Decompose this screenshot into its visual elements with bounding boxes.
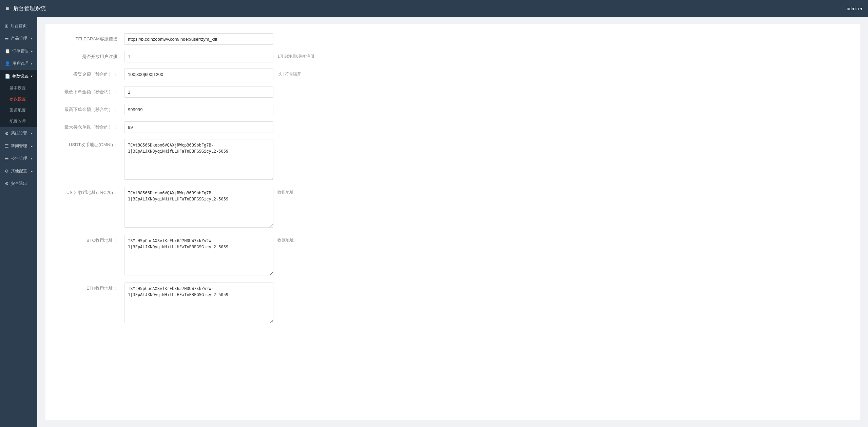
- label-max-pos: 最大持仓单数（秒合约）：: [56, 121, 124, 130]
- sidebar: ⊞ 后台首页 ☰ 产品管理 ▸ 📋 订单管理 ▸ 👤 用户管理 ▸ 📄 参数设置…: [0, 17, 37, 427]
- news-arrow-icon: ▸: [31, 144, 33, 148]
- input-register[interactable]: [124, 51, 273, 62]
- form-row-min-order: 最低下单金额（秒合约）：: [56, 86, 849, 98]
- sidebar-item-news[interactable]: ☰ 新闻管理 ▸: [0, 140, 37, 152]
- user-menu[interactable]: admin ▾: [847, 6, 863, 11]
- sidebar-item-users[interactable]: 👤 用户管理 ▸: [0, 57, 37, 70]
- sidebar-item-system[interactable]: ⚙ 系统设置 ▸: [0, 127, 37, 140]
- users-icon: 👤: [5, 61, 10, 66]
- sidebar-item-params[interactable]: 📄 参数设置 ▾: [0, 70, 37, 82]
- sidebar-item-products[interactable]: ☰ 产品管理 ▸: [0, 32, 37, 45]
- sidebar-label-announcement: 公告管理: [11, 156, 27, 161]
- wrap-max-order: [124, 104, 273, 115]
- wrap-telegram: [124, 33, 273, 45]
- hint-usdt-trc20: 收帐地址: [273, 187, 294, 195]
- form-row-telegram: TELEGRAM客服链接: [56, 33, 849, 45]
- wrap-min-order: [124, 86, 273, 98]
- label-min-order: 最低下单金额（秒合约）：: [56, 86, 124, 95]
- sidebar-item-logout[interactable]: ⚙ 安全退出: [0, 177, 37, 190]
- textarea-eth[interactable]: TSMcH5pCucAXSvfKrFbx6J7HDUW7xkZv2W-1|3Ep…: [124, 283, 273, 323]
- sidebar-label-users: 用户管理: [12, 61, 28, 66]
- sidebar-label-params: 参数设置: [12, 73, 28, 79]
- submenu-config[interactable]: 配置管理: [0, 116, 37, 127]
- input-max-order[interactable]: [124, 104, 273, 115]
- submenu-params[interactable]: 参数设置: [0, 94, 37, 105]
- products-arrow-icon: ▸: [31, 37, 33, 40]
- form-row-max-pos: 最大持仓单数（秒合约）：: [56, 121, 849, 133]
- users-arrow-icon: ▸: [31, 62, 33, 65]
- label-telegram: TELEGRAM客服链接: [56, 33, 124, 42]
- label-usdt-omni: USDT收币地址(OMNI)：: [56, 139, 124, 148]
- news-icon: ☰: [5, 143, 9, 149]
- other-arrow-icon: ▸: [31, 169, 33, 173]
- hamburger-icon[interactable]: ≡: [5, 5, 9, 12]
- header-left: ≡ 后台管理系统: [5, 5, 46, 12]
- params-submenu: 基本设置 参数设置 渠道配置 配置管理: [0, 82, 37, 127]
- wrap-invest: [124, 69, 273, 80]
- sidebar-item-orders[interactable]: 📋 订单管理 ▸: [0, 45, 37, 57]
- sidebar-item-dashboard[interactable]: ⊞ 后台首页: [0, 20, 37, 32]
- sidebar-label-system: 系统设置: [11, 131, 27, 136]
- content-card: TELEGRAM客服链接 是否开放用户注册 1开启注册0关闭注册 投资金额（秒合…: [45, 24, 860, 420]
- sidebar-item-other[interactable]: ⚙ 其他配置 ▸: [0, 165, 37, 177]
- form-row-register: 是否开放用户注册 1开启注册0关闭注册: [56, 51, 849, 62]
- textarea-usdt-omni[interactable]: TCVt38566Dkebo6VQAXjRWcp36B9bbFg7B-1|3Ep…: [124, 139, 273, 180]
- hint-register: 1开启注册0关闭注册: [273, 51, 314, 59]
- system-arrow-icon: ▸: [31, 132, 33, 135]
- label-max-order: 最高下单金额（秒合约）：: [56, 104, 124, 113]
- orders-arrow-icon: ▸: [31, 49, 33, 53]
- textarea-btc[interactable]: TSMcH5pCucAXSvfKrFbx6J7HDUW7xkZv2W-1|3Ep…: [124, 235, 273, 275]
- wrap-btc: TSMcH5pCucAXSvfKrFbx6J7HDUW7xkZv2W-1|3Ep…: [124, 235, 273, 276]
- sidebar-label-orders: 订单管理: [12, 48, 28, 54]
- input-max-pos[interactable]: [124, 121, 273, 133]
- app-title: 后台管理系统: [13, 5, 46, 12]
- main-content: TELEGRAM客服链接 是否开放用户注册 1开启注册0关闭注册 投资金额（秒合…: [37, 17, 868, 427]
- form-row-max-order: 最高下单金额（秒合约）：: [56, 104, 849, 115]
- dashboard-icon: ⊞: [5, 23, 8, 28]
- system-icon: ⚙: [5, 131, 9, 136]
- user-arrow-icon: ▾: [860, 6, 863, 11]
- username-label: admin: [847, 6, 859, 11]
- input-invest[interactable]: [124, 69, 273, 80]
- wrap-usdt-omni: TCVt38566Dkebo6VQAXjRWcp36B9bbFg7B-1|3Ep…: [124, 139, 273, 181]
- announcement-arrow-icon: ▸: [31, 157, 33, 160]
- submenu-channel[interactable]: 渠道配置: [0, 105, 37, 116]
- form-row-eth: ETH收币地址： TSMcH5pCucAXSvfKrFbx6J7HDUW7xkZ…: [56, 283, 849, 324]
- params-arrow-icon: ▾: [31, 74, 33, 78]
- other-icon: ⚙: [5, 169, 9, 174]
- label-eth: ETH收币地址：: [56, 283, 124, 291]
- hint-invest: 以 | 符号隔开: [273, 69, 301, 77]
- form-row-btc: BTC收币地址： TSMcH5pCucAXSvfKrFbx6J7HDUW7xkZ…: [56, 235, 849, 276]
- label-invest: 投资金额（秒合约）：: [56, 69, 124, 77]
- label-register: 是否开放用户注册: [56, 51, 124, 60]
- logout-icon: ⚙: [5, 181, 9, 186]
- hint-btc: 收藏地址: [273, 235, 294, 243]
- label-usdt-trc20: USDT收币地址(TRC20)：: [56, 187, 124, 196]
- sidebar-label-other: 其他配置: [11, 168, 27, 174]
- input-min-order[interactable]: [124, 86, 273, 98]
- input-telegram[interactable]: [124, 33, 273, 45]
- submenu-basic[interactable]: 基本设置: [0, 82, 37, 94]
- sidebar-label-news: 新闻管理: [11, 143, 27, 149]
- form-row-usdt-omni: USDT收币地址(OMNI)： TCVt38566Dkebo6VQAXjRWcp…: [56, 139, 849, 181]
- form-row-usdt-trc20: USDT收币地址(TRC20)： TCVt38566Dkebo6VQAXjRWc…: [56, 187, 849, 229]
- sidebar-label-logout: 安全退出: [11, 181, 27, 187]
- label-btc: BTC收币地址：: [56, 235, 124, 244]
- sidebar-label-dashboard: 后台首页: [11, 23, 27, 29]
- wrap-usdt-trc20: TCVt38566Dkebo6VQAXjRWcp36B9bbFg7B-1|3Ep…: [124, 187, 273, 229]
- top-header: ≡ 后台管理系统 admin ▾: [0, 0, 868, 17]
- form-row-invest: 投资金额（秒合约）： 以 | 符号隔开: [56, 69, 849, 80]
- wrap-eth: TSMcH5pCucAXSvfKrFbx6J7HDUW7xkZv2W-1|3Ep…: [124, 283, 273, 324]
- orders-icon: 📋: [5, 48, 10, 54]
- textarea-usdt-trc20[interactable]: TCVt38566Dkebo6VQAXjRWcp36B9bbFg7B-1|3Ep…: [124, 187, 273, 228]
- wrap-register: [124, 51, 273, 62]
- products-icon: ☰: [5, 36, 9, 41]
- announcement-icon: ☰: [5, 156, 9, 161]
- sidebar-item-announcement[interactable]: ☰ 公告管理 ▸: [0, 152, 37, 165]
- params-icon: 📄: [5, 74, 10, 79]
- sidebar-label-products: 产品管理: [11, 36, 27, 41]
- wrap-max-pos: [124, 121, 273, 133]
